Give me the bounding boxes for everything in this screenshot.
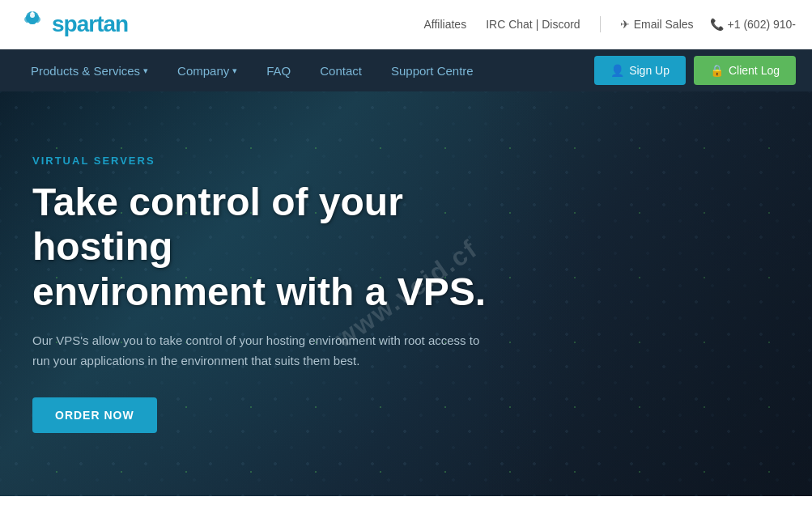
hero-tag: VIRTUAL SERVERS <box>32 155 494 167</box>
chevron-down-icon: ▾ <box>143 66 148 76</box>
chevron-down-icon: ▾ <box>232 66 237 76</box>
top-contact: ✈ Email Sales 📞 +1 (602) 910- <box>620 18 796 31</box>
phone-icon: 📞 <box>710 18 724 31</box>
hero-title: Take control of your hosting environment… <box>32 180 494 314</box>
nav-faq[interactable]: FAQ <box>252 49 305 91</box>
nav-links: Products & Services ▾ Company ▾ FAQ Cont… <box>16 49 594 91</box>
logo-text: spartanHost <box>52 11 175 37</box>
logo-icon <box>16 8 49 40</box>
signup-button[interactable]: 👤 Sign Up <box>594 56 686 85</box>
lock-icon: 🔒 <box>710 64 724 77</box>
affiliates-link[interactable]: Affiliates <box>424 18 467 31</box>
nav-buttons: 👤 Sign Up 🔒 Client Log <box>594 56 796 85</box>
nav-company[interactable]: Company ▾ <box>163 49 252 91</box>
order-now-button[interactable]: ORDER NOW <box>32 397 157 433</box>
top-bar: spartanHost Affiliates IRC Chat | Discor… <box>0 0 812 49</box>
hero-description: Our VPS's allow you to take control of y… <box>32 330 486 372</box>
irc-chat-link[interactable]: IRC Chat | Discord <box>486 18 580 31</box>
top-links: Affiliates IRC Chat | Discord ✈ Email Sa… <box>424 16 797 32</box>
divider <box>600 16 601 32</box>
logo: spartanHost <box>16 8 175 40</box>
nav-support[interactable]: Support Centre <box>376 49 488 91</box>
email-sales-link[interactable]: ✈ Email Sales <box>620 18 694 31</box>
nav-products-services[interactable]: Products & Services ▾ <box>16 49 163 91</box>
nav-contact[interactable]: Contact <box>305 49 376 91</box>
hero-section: www.veid.cf VIRTUAL SERVERS Take control… <box>0 91 812 496</box>
client-login-button[interactable]: 🔒 Client Log <box>694 56 796 85</box>
hero-content: VIRTUAL SERVERS Take control of your hos… <box>0 155 526 433</box>
phone-link[interactable]: 📞 +1 (602) 910- <box>710 18 796 31</box>
nav-bar: Products & Services ▾ Company ▾ FAQ Cont… <box>0 49 812 91</box>
user-icon: 👤 <box>610 64 624 77</box>
email-icon: ✈ <box>620 18 630 31</box>
